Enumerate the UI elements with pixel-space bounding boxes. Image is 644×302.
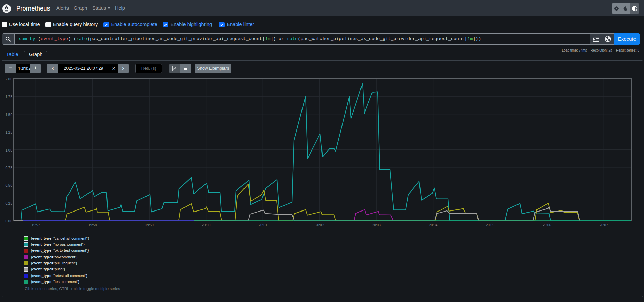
svg-text:2.00: 2.00 [6, 77, 13, 81]
svg-text:19:57: 19:57 [32, 223, 40, 227]
svg-text:20:07: 20:07 [600, 223, 608, 227]
svg-text:20:04: 20:04 [429, 223, 437, 227]
svg-text:1.50: 1.50 [6, 113, 13, 117]
svg-text:0.25: 0.25 [6, 202, 13, 205]
svg-text:20:02: 20:02 [315, 223, 324, 227]
svg-text:1.25: 1.25 [6, 130, 13, 134]
svg-text:20:06: 20:06 [543, 223, 551, 227]
svg-text:19:59: 19:59 [145, 223, 154, 227]
svg-text:20:03: 20:03 [372, 223, 381, 227]
svg-text:20:05: 20:05 [486, 223, 494, 227]
svg-text:0.00: 0.00 [6, 219, 13, 223]
svg-text:0.50: 0.50 [6, 184, 13, 187]
svg-text:19:58: 19:58 [88, 223, 97, 227]
svg-text:0.75: 0.75 [6, 166, 13, 170]
svg-text:1.00: 1.00 [6, 148, 13, 152]
svg-text:1.75: 1.75 [6, 95, 13, 99]
svg-text:20:00: 20:00 [202, 223, 210, 227]
svg-text:20:01: 20:01 [259, 223, 267, 227]
